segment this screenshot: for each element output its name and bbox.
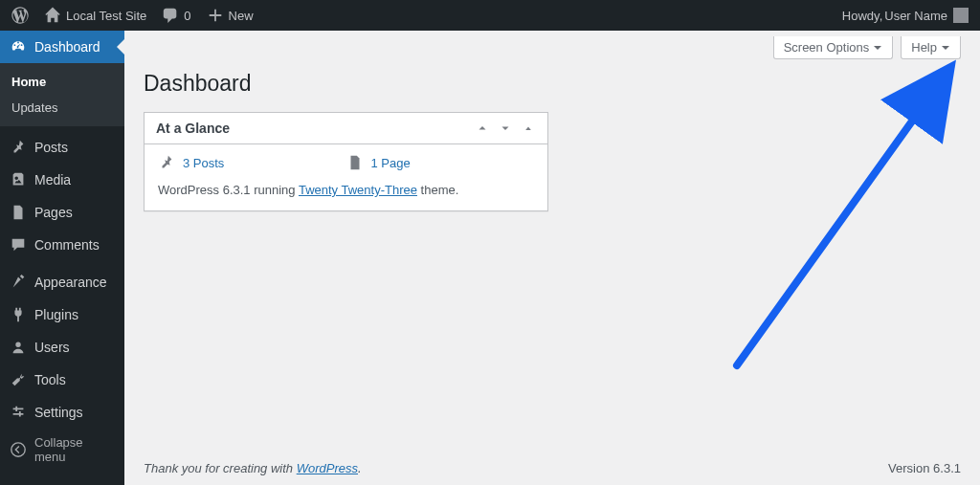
page-title: Dashboard <box>144 71 961 97</box>
plus-icon <box>207 7 224 24</box>
sidebar-item-label: Pages <box>34 205 73 220</box>
sidebar-subitem-home[interactable]: Home <box>0 69 124 95</box>
screen-meta-links: Screen Options Help <box>773 36 961 59</box>
move-down-button[interactable] <box>498 121 513 136</box>
sidebar-item-label: Appearance <box>34 275 107 290</box>
sidebar-subitem-updates[interactable]: Updates <box>0 95 124 121</box>
comments-count: 0 <box>184 9 190 23</box>
theme-link[interactable]: Twenty Twenty-Three <box>299 183 417 197</box>
sidebar-item-collapse[interactable]: Collapse menu <box>0 433 124 466</box>
comments-icon <box>10 236 27 254</box>
pages-count-link[interactable]: 1 Page <box>371 156 411 170</box>
media-icon <box>10 171 27 188</box>
pin-icon <box>158 154 175 171</box>
screen-options-button[interactable]: Screen Options <box>773 36 894 59</box>
sidebar-item-posts[interactable]: Posts <box>0 131 124 164</box>
sidebar-item-dashboard[interactable]: Dashboard <box>0 31 124 63</box>
admin-footer: Thank you for creating with WordPress. V… <box>124 452 980 485</box>
toggle-button[interactable] <box>521 121 536 136</box>
new-label: New <box>229 9 254 23</box>
appearance-icon <box>10 274 27 291</box>
wp-logo-menu[interactable] <box>4 0 36 31</box>
avatar <box>953 8 969 23</box>
my-account-menu[interactable]: Howdy, User Name <box>842 8 972 23</box>
sidebar-item-media[interactable]: Media <box>0 164 124 196</box>
comments-menu[interactable]: 0 <box>154 0 198 31</box>
sidebar-item-label: Plugins <box>34 307 78 322</box>
caret-down-icon <box>941 43 950 53</box>
move-up-button[interactable] <box>475 121 490 136</box>
svg-point-0 <box>11 443 25 456</box>
footer-prefix: Thank you for creating with <box>144 461 297 475</box>
widget-header: At a Glance <box>145 113 547 144</box>
comments-icon <box>162 7 179 24</box>
howdy-prefix: Howdy, <box>842 9 882 23</box>
main-content: Screen Options Help Dashboard At a Glanc… <box>124 31 980 485</box>
home-icon <box>44 7 61 24</box>
site-name-menu[interactable]: Local Test Site <box>36 0 154 31</box>
wordpress-logo-icon <box>11 7 29 24</box>
pin-icon <box>10 139 27 156</box>
pages-icon <box>10 204 27 221</box>
chevron-up-icon <box>476 121 489 135</box>
footer-version: Version 6.3.1 <box>888 461 961 475</box>
widget-title: At a Glance <box>156 121 230 136</box>
sidebar-item-label: Posts <box>34 140 68 155</box>
sidebar-item-tools[interactable]: Tools <box>0 364 124 396</box>
site-name: Local Test Site <box>66 9 146 23</box>
tools-icon <box>10 371 27 388</box>
wp-version-suffix: theme. <box>417 183 458 197</box>
help-label: Help <box>911 40 937 55</box>
sidebar-item-appearance[interactable]: Appearance <box>0 266 124 298</box>
sidebar-item-label: Comments <box>34 237 100 253</box>
sidebar-item-users[interactable]: Users <box>0 331 124 364</box>
adminbar: Local Test Site 0 New Howdy, User Name <box>0 0 980 31</box>
sidebar-item-plugins[interactable]: Plugins <box>0 298 124 331</box>
plug-icon <box>10 306 27 323</box>
collapse-icon <box>10 441 27 458</box>
help-button[interactable]: Help <box>901 36 961 59</box>
wp-version-text: WordPress 6.3.1 running Twenty Twenty-Th… <box>158 183 534 197</box>
svg-line-1 <box>737 78 943 365</box>
sidebar-item-pages[interactable]: Pages <box>0 196 124 229</box>
sidebar-item-label: Media <box>34 172 71 187</box>
at-a-glance-widget: At a Glance 3 Posts 1 Page <box>144 112 548 211</box>
sidebar-item-label: Tools <box>34 372 66 387</box>
footer-wordpress-link[interactable]: WordPress <box>297 461 358 475</box>
dashboard-icon <box>10 38 27 55</box>
caret-up-icon <box>522 121 535 135</box>
sidebar-item-label: Collapse menu <box>34 435 115 464</box>
new-content-menu[interactable]: New <box>199 0 261 31</box>
chevron-down-icon <box>499 121 512 135</box>
sidebar-item-comments[interactable]: Comments <box>0 229 124 261</box>
user-icon <box>10 339 27 356</box>
settings-icon <box>10 404 27 421</box>
user-name: User Name <box>884 9 947 23</box>
posts-count-link[interactable]: 3 Posts <box>183 156 224 170</box>
annotation-arrow <box>718 59 967 375</box>
footer-suffix: . <box>358 461 362 475</box>
screen-options-label: Screen Options <box>784 40 870 55</box>
sidebar-item-label: Users <box>34 340 70 355</box>
sidebar-submenu-dashboard: Home Updates <box>0 63 124 126</box>
sidebar-item-settings[interactable]: Settings <box>0 396 124 429</box>
pages-icon <box>346 154 364 171</box>
sidebar-item-label: Settings <box>34 405 83 420</box>
caret-down-icon <box>873 43 882 53</box>
wp-version-prefix: WordPress 6.3.1 running <box>158 183 299 197</box>
admin-sidebar: Dashboard Home Updates Posts Media Pages… <box>0 31 124 485</box>
sidebar-item-label: Dashboard <box>34 39 100 55</box>
